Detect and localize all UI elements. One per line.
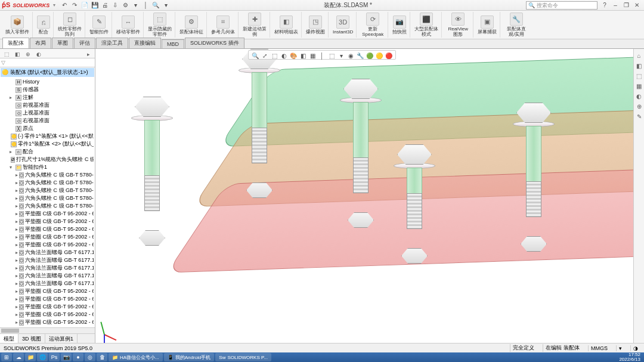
- qat-button[interactable]: 📄: [80, 1, 89, 10]
- tree-fastener-node[interactable]: ▸⬡六角法兰面螺母 GB-T 6177.1-2000 -: [1, 264, 94, 272]
- taskbar-pin[interactable]: ●: [73, 353, 83, 361]
- ribbon-tab[interactable]: 评估: [74, 38, 95, 48]
- ribbon-button[interactable]: 🔧装配体直观/实用: [503, 12, 530, 38]
- status-extra-icon[interactable]: ◑: [630, 345, 640, 351]
- tree-node[interactable]: ▸A注解: [1, 94, 94, 101]
- taskbar-pin[interactable]: ⊞: [1, 353, 12, 361]
- taskbar-pin[interactable]: 🌐: [37, 353, 48, 361]
- tree-twisty-icon[interactable]: ▸: [16, 225, 18, 233]
- tree-node[interactable]: ▸⎌配合: [1, 148, 94, 156]
- qat-button[interactable]: ▾: [131, 1, 140, 10]
- ribbon-tab[interactable]: 装配体: [2, 38, 29, 48]
- tree-fastener-node[interactable]: ▸⬡六角法兰面螺母 GB-T 6177.1-2000 -: [1, 272, 94, 280]
- tree-fastener-node[interactable]: ▸⬡六角法兰面螺母 GB-T 6177.1-2000 -: [1, 280, 94, 287]
- task-pane-tab[interactable]: ⊕: [635, 102, 643, 110]
- task-pane-tab[interactable]: ◐: [635, 92, 643, 100]
- tree-fastener-node[interactable]: ▸⬡六角头螺栓 C 级 GB-T 5780-2000 - N: [1, 194, 94, 202]
- view-toolbar-button[interactable]: ⬚: [270, 51, 278, 60]
- ribbon-button[interactable]: ✚新建运动算例: [242, 12, 268, 38]
- view-toolbar-button[interactable]: │: [318, 51, 326, 60]
- tree-tab-property-icon[interactable]: ◧: [13, 50, 21, 58]
- dropdown-icon[interactable]: ▾: [52, 2, 57, 8]
- taskbar-pin[interactable]: 📁: [25, 353, 36, 361]
- tree-twisty-icon[interactable]: ▸: [16, 187, 18, 194]
- tree-fastener-node[interactable]: ▸⬡平垫圈 C级 GB-T 95-2002 - 6<16> -: [1, 218, 94, 225]
- qat-button[interactable]: ↶: [60, 1, 69, 10]
- task-pane-tab[interactable]: ⬚: [635, 72, 643, 80]
- ribbon-tab[interactable]: 布局: [30, 38, 51, 48]
- tree-fastener-node[interactable]: ▸⬡平垫圈 C级 GB-T 95-2002 - 6<19> -: [1, 311, 94, 318]
- tree-fastener-node[interactable]: ▸⬡平垫圈 C级 GB-T 95-2002 - 6<20> -: [1, 303, 94, 311]
- status-units[interactable]: MMGS: [588, 345, 610, 351]
- window-button[interactable]: –: [611, 2, 620, 8]
- ribbon-button[interactable]: ▣屏幕捕获: [476, 15, 498, 35]
- view-toolbar-button[interactable]: 🟡: [375, 51, 383, 60]
- tree-node[interactable]: ◇右视基准面: [1, 117, 94, 125]
- tree-twisty-icon[interactable]: ▸: [16, 287, 18, 295]
- task-pane-tab[interactable]: ⌂: [635, 51, 643, 60]
- tree-fastener-node[interactable]: ▸⬡六角头螺栓 C 级 GB-T 5780-2000 - N: [1, 179, 94, 187]
- taskbar-pin[interactable]: ◎: [85, 353, 95, 361]
- taskbar-clock[interactable]: 17:522022/6/13: [619, 352, 643, 362]
- view-toolbar-button[interactable]: ◧: [299, 51, 307, 60]
- view-toolbar-button[interactable]: ◉: [346, 51, 355, 60]
- tree-twisty-icon[interactable]: ▸: [16, 272, 18, 280]
- qat-button[interactable]: ▾: [162, 1, 170, 10]
- bolt-assembly[interactable]: [239, 49, 280, 198]
- taskbar-pin[interactable]: 📷: [61, 353, 72, 361]
- ribbon-button[interactable]: 3DInstant3D: [332, 15, 354, 35]
- tree-fastener-node[interactable]: ▸⬡六角头螺栓 C 级 GB-T 5780-2000 - N: [1, 171, 94, 179]
- window-button[interactable]: ?: [600, 2, 609, 8]
- task-pane-tab[interactable]: ▦: [635, 82, 643, 90]
- bolt-assembly[interactable]: [394, 144, 435, 264]
- ribbon-tab[interactable]: MBD: [162, 39, 184, 48]
- ribbon-button[interactable]: ⬚显示隐藏的零部件: [147, 12, 173, 38]
- ribbon-button[interactable]: ⚙装配体特征: [178, 15, 205, 35]
- view-toolbar-button[interactable]: ▦: [308, 51, 317, 60]
- view-toolbar-button[interactable]: 🔧: [356, 51, 364, 60]
- tree-twisty-icon[interactable]: ▸: [16, 179, 18, 187]
- ribbon-button[interactable]: ⌗参考几何体: [210, 15, 236, 35]
- ribbon-button[interactable]: ⎌配合: [36, 15, 51, 35]
- tree-expand-icon[interactable]: ▸: [84, 50, 92, 58]
- qat-button[interactable]: ⚙: [121, 1, 129, 10]
- ribbon-button[interactable]: ✎智能扣件: [88, 15, 110, 35]
- tree-node[interactable]: ◇上视基准面: [1, 109, 94, 117]
- ribbon-button[interactable]: ◳爆炸视图: [305, 15, 326, 35]
- ribbon-tab[interactable]: 草图: [52, 38, 73, 48]
- view-toolbar-button[interactable]: 🔍: [251, 51, 259, 60]
- tree-twisty-icon[interactable]: ▸: [16, 171, 18, 179]
- tree-fastener-node[interactable]: ▸⬡六角法兰面螺母 GB-T 6177.1-2000 -: [1, 249, 94, 256]
- tree-twisty-icon[interactable]: ▸: [16, 233, 18, 241]
- window-button[interactable]: ✕: [632, 2, 642, 8]
- tree-node[interactable]: ▾📁智能扣件1: [1, 163, 94, 171]
- view-toolbar-button[interactable]: ⬚: [327, 51, 336, 60]
- tree-node[interactable]: Ø打孔尺寸1%规格六角头螺栓 C 级的类型1: [1, 156, 94, 163]
- taskbar-task[interactable]: 📁HA微信公众号小...: [109, 353, 163, 361]
- view-toolbar-button[interactable]: ▾: [337, 51, 345, 60]
- view-toolbar-button[interactable]: 🟢: [366, 51, 374, 60]
- ribbon-button[interactable]: 📷拍快照: [391, 15, 408, 35]
- tree-twisty-icon[interactable]: ▸: [16, 295, 18, 303]
- view-toolbar-button[interactable]: 🔴: [385, 51, 393, 60]
- qat-button[interactable]: ⇩: [111, 1, 119, 10]
- tree-twisty-icon[interactable]: ▸: [16, 194, 18, 202]
- tree-node[interactable]: HHistory: [1, 78, 94, 86]
- ribbon-button[interactable]: ↔移动零部件: [115, 15, 141, 35]
- tree-fastener-node[interactable]: ▸⬡平垫圈 C级 GB-T 95-2002 - 6<21> -: [1, 295, 94, 303]
- tree-fastener-node[interactable]: ▸⬡六角头螺栓 C 级 GB-T 5780-2000 - N: [1, 187, 94, 194]
- task-pane-tab[interactable]: ✎: [635, 112, 643, 120]
- view-toolbar-button[interactable]: ◐: [280, 51, 288, 60]
- tree-fastener-node[interactable]: ▸⬡平垫圈 C级 GB-T 95-2002 - 6<22> -: [1, 287, 94, 295]
- tree-twisty-icon[interactable]: ▸: [16, 318, 18, 326]
- ribbon-tab[interactable]: 直接编辑: [129, 38, 161, 48]
- tree-twisty-icon[interactable]: ▸: [16, 311, 18, 318]
- tree-fastener-node[interactable]: ▸⬡平垫圈 C级 GB-T 95-2002 - 6<15> -: [1, 241, 94, 249]
- taskbar-pin[interactable]: 🗑: [97, 353, 107, 361]
- bolt-assembly[interactable]: [340, 79, 382, 228]
- tree-root-node[interactable]: 🟡 装配体 (默认<默认_显示状态-1>): [1, 68, 94, 77]
- ribbon-button[interactable]: ⬛大型装配体模式: [413, 12, 439, 38]
- tree-twisty-icon[interactable]: ▸: [16, 218, 18, 225]
- qat-button[interactable]: 🔍: [151, 1, 160, 10]
- view-toolbar-button[interactable]: ⤢: [261, 51, 269, 60]
